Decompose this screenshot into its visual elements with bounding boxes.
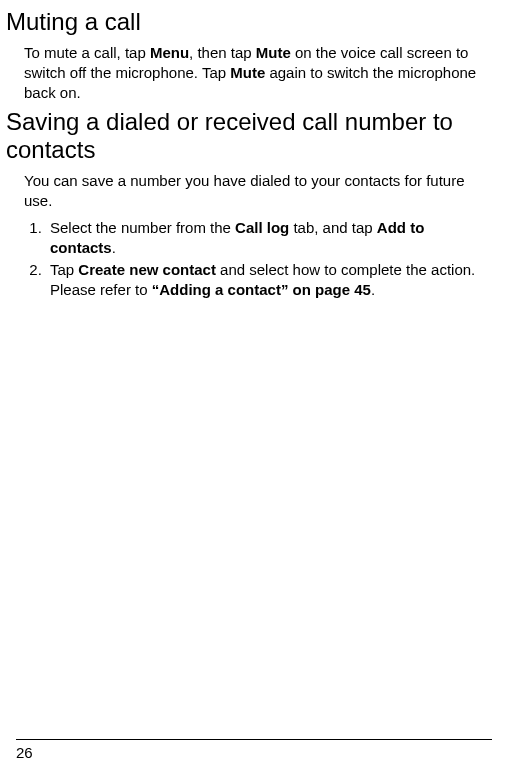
paragraph-muting: To mute a call, tap Menu, then tap Mute …	[24, 43, 492, 104]
paragraph-saving-intro: You can save a number you have dialed to…	[24, 171, 492, 212]
text: To mute a call, tap	[24, 44, 150, 61]
menu-label: Menu	[150, 44, 189, 61]
page-number: 26	[16, 744, 492, 761]
page-footer: 26	[16, 739, 492, 761]
text: .	[112, 239, 116, 256]
mute-label: Mute	[256, 44, 291, 61]
call-log-label: Call log	[235, 219, 289, 236]
mute-label-2: Mute	[230, 64, 265, 81]
list-item: Select the number from the Call log tab,…	[46, 218, 492, 259]
text: Tap	[50, 261, 78, 278]
text: .	[371, 281, 375, 298]
footer-divider	[16, 739, 492, 740]
text: tab, and tap	[289, 219, 377, 236]
heading-saving-number: Saving a dialed or received call number …	[6, 108, 492, 166]
create-new-contact-label: Create new contact	[78, 261, 216, 278]
cross-reference-link[interactable]: “Adding a contact” on page 45	[152, 281, 371, 298]
heading-muting-call: Muting a call	[6, 8, 492, 37]
list-item: Tap Create new contact and select how to…	[46, 260, 492, 301]
text: , then tap	[189, 44, 256, 61]
steps-list: Select the number from the Call log tab,…	[24, 218, 492, 301]
text: Select the number from the	[50, 219, 235, 236]
